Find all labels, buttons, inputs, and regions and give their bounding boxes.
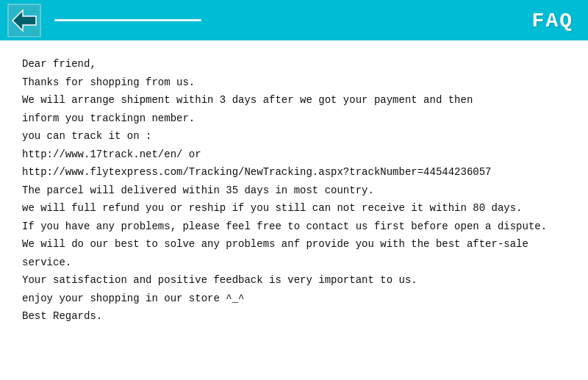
faq-content: Dear friend,Thanks for shopping from us.… [0, 40, 588, 340]
content-line: If you have any problems, please feel fr… [22, 218, 566, 236]
content-line: Best Regards. [22, 307, 566, 326]
nav-arrow-icon [7, 4, 41, 37]
header-left [7, 4, 201, 37]
content-line: we will full refund you or reship if you… [22, 199, 566, 218]
content-line: inform you trackingn nember. [22, 110, 566, 128]
content-line: you can track it on : [22, 127, 566, 146]
content-line: The parcel will delivered within 35 days… [22, 182, 566, 200]
header-decorative-line [54, 19, 201, 21]
content-line: We will do our best to solve any problem… [22, 235, 566, 254]
svg-marker-0 [12, 10, 36, 31]
content-line: enjoy your shopping in our store ^_^ [22, 290, 566, 308]
content-line: Thanks for shopping from us. [22, 74, 566, 92]
content-line: Your satisfaction and positive feedback … [22, 271, 566, 290]
page-title: FAQ [532, 9, 573, 32]
content-line: We will arrange shipment within 3 days a… [22, 91, 566, 110]
header-bar: FAQ [0, 0, 588, 40]
arrow-svg [11, 7, 37, 34]
content-line: http://www.flytexpress.com/Tracking/NewT… [22, 163, 566, 182]
content-line: Dear friend, [22, 55, 566, 74]
content-line: service. [22, 254, 566, 272]
content-line: http://www.17track.net/en/ or [22, 146, 566, 164]
